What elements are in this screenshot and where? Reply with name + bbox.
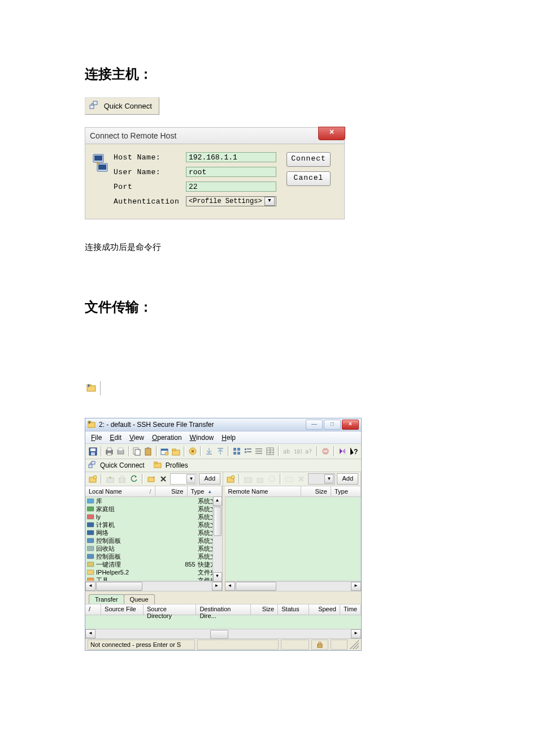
quick-connect-label[interactable]: Quick Connect: [100, 461, 145, 469]
tab-queue[interactable]: Queue: [124, 594, 155, 604]
close-button[interactable]: ×: [342, 420, 359, 430]
upload-icon[interactable]: [216, 446, 225, 456]
list-item[interactable]: 控制面板系统文: [86, 537, 222, 545]
col-status[interactable]: Status: [278, 604, 309, 615]
menu-file[interactable]: FFileile: [91, 434, 102, 442]
list-item[interactable]: 计算机系统文: [86, 521, 222, 529]
refresh-icon[interactable]: [267, 474, 277, 484]
connect-button[interactable]: Connect: [286, 152, 331, 167]
col-speed[interactable]: Speed: [309, 604, 340, 615]
list-item[interactable]: 网络系统文: [86, 529, 222, 537]
details-icon[interactable]: [266, 446, 275, 456]
home-icon[interactable]: [117, 474, 127, 484]
host-input[interactable]: [186, 152, 276, 162]
port-input[interactable]: [186, 182, 276, 192]
remote-file-list[interactable]: [225, 497, 362, 581]
list-item[interactable]: 家庭组系统文: [86, 505, 222, 513]
large-icons-icon[interactable]: [232, 446, 242, 456]
auto-icon[interactable]: a?: [305, 446, 314, 456]
close-button[interactable]: ×: [318, 127, 345, 140]
col-local-size[interactable]: Size: [155, 486, 188, 496]
menu-window[interactable]: Window: [190, 434, 214, 442]
scroll-thumb[interactable]: [236, 582, 276, 591]
list-item[interactable]: 工具文件夹: [86, 576, 222, 581]
scroll-right-icon[interactable]: ►: [212, 582, 222, 591]
list-item[interactable]: IPHelper5.2文件夹: [86, 568, 222, 576]
col-local-name[interactable]: Local Name/: [85, 486, 155, 496]
col-remote-name[interactable]: Remote Name: [225, 486, 302, 496]
local-hscroll[interactable]: ◄ ►: [85, 581, 222, 591]
disconnect-icon[interactable]: [188, 446, 198, 456]
delete-icon[interactable]: [158, 474, 168, 484]
new-folder2-icon[interactable]: [284, 474, 294, 484]
col-source-dir[interactable]: Source Directory: [144, 604, 196, 615]
maximize-button[interactable]: □: [324, 420, 341, 430]
up-icon[interactable]: [243, 474, 253, 484]
tab-transfer[interactable]: Transfer: [89, 594, 124, 604]
new-folder2-icon[interactable]: [146, 474, 157, 484]
home-icon[interactable]: [255, 474, 265, 484]
resize-grip[interactable]: [350, 640, 359, 649]
help-topics-icon[interactable]: [338, 446, 348, 456]
transfer-body[interactable]: [85, 615, 361, 629]
scroll-up-icon[interactable]: ▲: [213, 496, 222, 506]
scroll-left-icon[interactable]: ◄: [85, 629, 95, 638]
col-sort[interactable]: /: [85, 604, 101, 615]
paste-icon[interactable]: [144, 446, 153, 456]
transfer-hscroll[interactable]: ◄ ►: [85, 629, 361, 639]
profiles-label[interactable]: Profiles: [166, 461, 188, 469]
auth-select[interactable]: <Profile Settings> ▼: [186, 196, 276, 206]
cancel-button[interactable]: Cancel: [286, 171, 331, 186]
up-icon[interactable]: [105, 474, 115, 484]
refresh-icon[interactable]: [129, 474, 139, 484]
scroll-right-icon[interactable]: ►: [351, 582, 361, 591]
local-add-button[interactable]: Add: [199, 473, 220, 485]
ascii-icon[interactable]: ab: [283, 446, 292, 456]
binary-icon[interactable]: 101: [293, 446, 303, 456]
list-item[interactable]: ly系统文: [86, 513, 222, 521]
menu-edit[interactable]: Edit: [110, 434, 121, 442]
scroll-thumb[interactable]: [96, 582, 142, 591]
scroll-left-icon[interactable]: ◄: [85, 582, 95, 591]
save-icon[interactable]: [88, 446, 98, 456]
context-help-icon[interactable]: ?: [349, 446, 358, 456]
quick-connect-button[interactable]: Quick Connect: [85, 97, 159, 115]
col-remote-type[interactable]: Type: [331, 486, 361, 496]
menu-help[interactable]: Help: [222, 434, 236, 442]
small-icons-icon[interactable]: [244, 446, 253, 456]
col-local-type[interactable]: Type▲: [188, 486, 222, 496]
menu-operation[interactable]: Operation: [152, 434, 182, 442]
scroll-thumb[interactable]: [214, 507, 222, 536]
scroll-left-icon[interactable]: ◄: [225, 582, 235, 591]
delete-icon[interactable]: [296, 474, 306, 484]
new-folder-icon[interactable]: [225, 474, 236, 484]
file-transfer-icon[interactable]: [85, 381, 101, 395]
list-item[interactable]: 控制面板系统文: [86, 552, 222, 560]
col-dest-dir[interactable]: Destination Dire...: [196, 604, 251, 615]
local-path-input[interactable]: ▼: [170, 473, 197, 485]
local-vscroll[interactable]: ▲ ▼: [212, 496, 222, 582]
list-item[interactable]: 回收站系统文: [86, 545, 222, 552]
remote-add-button[interactable]: Add: [337, 473, 358, 485]
user-input[interactable]: [186, 167, 276, 177]
copy-icon[interactable]: [133, 446, 142, 456]
stop-icon[interactable]: [321, 446, 331, 456]
remote-hscroll[interactable]: ◄ ►: [225, 581, 362, 591]
scroll-down-icon[interactable]: ▼: [213, 572, 222, 582]
minimize-button[interactable]: —: [306, 420, 323, 430]
new-file-transfer-icon[interactable]: [171, 446, 181, 456]
menu-view[interactable]: View: [129, 434, 144, 442]
scroll-right-icon[interactable]: ►: [351, 629, 361, 638]
print-preview-icon[interactable]: [116, 446, 125, 456]
ft-titlebar[interactable]: 2: - default - SSH Secure File Transfer …: [85, 418, 361, 431]
new-terminal-icon[interactable]: [160, 446, 170, 456]
new-folder-icon[interactable]: [88, 474, 98, 484]
col-source-file[interactable]: Source File: [101, 604, 144, 615]
local-file-list[interactable]: 库系统文家庭组系统文ly系统文计算机系统文网络系统文控制面板系统文回收站系统文控…: [85, 497, 222, 581]
col-size[interactable]: Size: [251, 604, 278, 615]
col-time[interactable]: Time: [340, 604, 361, 615]
list-item[interactable]: 一键清理855快捷方: [86, 560, 222, 568]
list-item[interactable]: 库系统文: [86, 497, 222, 505]
download-icon[interactable]: [205, 446, 214, 456]
print-icon[interactable]: [105, 446, 115, 456]
